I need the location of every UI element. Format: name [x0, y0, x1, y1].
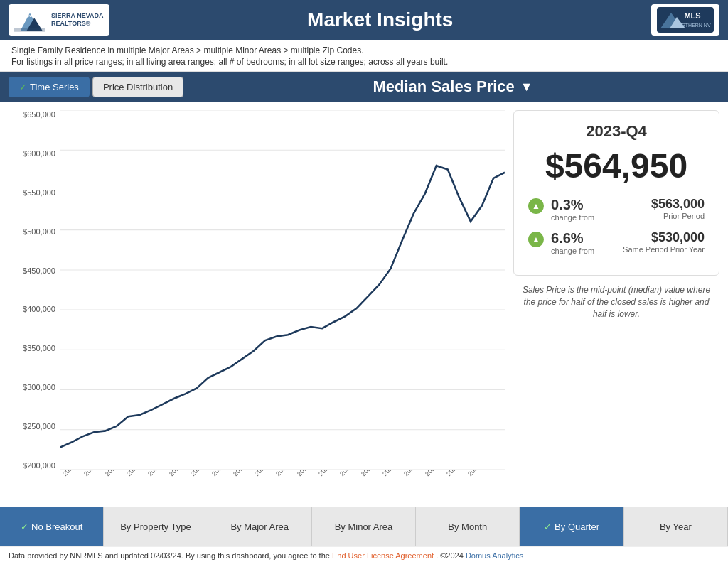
mls-logo-area: MLS NORTHERN NV: [651, 4, 719, 36]
y-label-300: $300,000: [9, 383, 60, 391]
subtitle-area: Single Family Residence in multiple Majo…: [0, 40, 728, 72]
y-axis: $650,000 $600,000 $550,000 $500,000 $450…: [9, 110, 60, 470]
prior-group-1: $563,000 Prior Period: [651, 197, 705, 220]
info-panel: 2023-Q4 $564,950 ▲ 0.3% change from $563…: [513, 110, 719, 498]
x-label: 2019-Q3: [296, 470, 315, 477]
chart-line: [60, 166, 505, 448]
bottom-tabs: ✓ No Breakout By Property Type By Major …: [0, 507, 728, 546]
x-label: 2019-Q1: [274, 470, 294, 477]
x-label: 2018-Q1: [232, 470, 251, 477]
tab-by-month[interactable]: By Month: [416, 507, 520, 546]
up-arrow-icon-1: ▲: [528, 198, 544, 214]
y-label-550: $550,000: [9, 188, 60, 197]
header: SNR SIERRA NEVADA REALTORS® Market Insig…: [0, 0, 728, 40]
tab-by-property-type[interactable]: By Property Type: [104, 507, 208, 546]
y-label-200: $200,000: [9, 461, 60, 470]
tab-no-breakout[interactable]: ✓ No Breakout: [0, 507, 104, 546]
x-label: 2014-Q3: [82, 470, 102, 477]
svg-text:NORTHERN NV: NORTHERN NV: [674, 23, 711, 28]
chart-area: $650,000 $600,000 $550,000 $500,000 $450…: [9, 110, 505, 498]
info-value: $564,950: [528, 146, 705, 185]
x-label: 2017-Q3: [210, 470, 230, 477]
x-label: 2015-Q3: [125, 470, 144, 477]
prior-val-1: $563,000: [651, 197, 705, 212]
price-distribution-tab[interactable]: Price Distribution: [92, 77, 183, 97]
tab-by-minor-area-label: By Minor Area: [335, 522, 393, 532]
footer-text2: . ©2024: [436, 551, 466, 560]
x-label: 2016-Q1: [146, 470, 166, 477]
change-group-2: 6.6% change from: [551, 230, 594, 255]
controls-bar: ✓Time Series Price Distribution Median S…: [0, 72, 728, 102]
svg-text:SNR: SNR: [26, 14, 33, 18]
line-chart-svg: [60, 110, 505, 470]
eula-link[interactable]: End User License Agreement: [332, 551, 434, 560]
tab-by-month-label: By Month: [448, 522, 487, 532]
mls-icon: MLS NORTHERN NV: [657, 7, 714, 33]
y-label-600: $600,000: [9, 149, 60, 158]
info-row-2: ▲ 6.6% change from $530,000 Same Period …: [528, 230, 705, 255]
x-label: 2020-Q1: [317, 470, 336, 477]
mountain-icon: SNR: [14, 7, 46, 33]
change-group-1: 0.3% change from: [551, 197, 594, 222]
x-label: 2014-Q1: [61, 470, 80, 477]
y-label-250: $250,000: [9, 422, 60, 431]
tab-by-year-label: By Year: [660, 522, 692, 532]
change-pct-1: 0.3%: [551, 197, 594, 213]
change-label-2: change from: [551, 247, 594, 255]
y-label-650: $650,000: [9, 110, 60, 119]
prior-label-2: Same Period Prior Year: [623, 245, 705, 254]
change-pct-2: 6.6%: [551, 230, 594, 247]
checkmark-icon: ✓: [19, 82, 27, 92]
footer-text: Data provided by NNRMLS and updated 02/0…: [9, 551, 332, 560]
svg-rect-2: [14, 28, 46, 31]
logo-text: SIERRA NEVADA REALTORS®: [51, 12, 104, 28]
up-arrow-icon-2: ▲: [528, 232, 544, 247]
tab-no-breakout-label: No Breakout: [31, 522, 82, 532]
y-label-500: $500,000: [9, 227, 60, 236]
chart-title-area: Median Sales Price ▼: [186, 77, 719, 96]
x-axis: 2014-Q1 2014-Q3 2015-Q1 2015-Q3 2016-Q1 …: [60, 470, 505, 498]
x-label: 2020-Q3: [338, 470, 358, 477]
info-row-1: ▲ 0.3% change from $563,000 Prior Period: [528, 197, 705, 222]
tab-by-major-area[interactable]: By Major Area: [208, 507, 312, 546]
y-label-450: $450,000: [9, 266, 60, 275]
tab-by-year[interactable]: By Year: [624, 507, 728, 546]
tab-by-quarter[interactable]: ✓ By Quarter: [520, 507, 623, 546]
info-period: 2023-Q4: [528, 122, 705, 141]
page-title: Market Insights: [109, 9, 651, 31]
x-label: 2015-Q1: [104, 470, 123, 477]
tab-by-property-type-label: By Property Type: [120, 522, 191, 532]
y-label-400: $400,000: [9, 305, 60, 313]
x-label: 2021-Q1: [360, 470, 379, 477]
footer: Data provided by NNRMLS and updated 02/0…: [0, 546, 728, 562]
checkmark-icon: ✓: [544, 522, 552, 532]
tab-by-major-area-label: By Major Area: [230, 522, 289, 532]
domus-link[interactable]: Domus Analytics: [466, 551, 523, 560]
chart-title: Median Sales Price: [373, 77, 514, 96]
x-label: 2018-Q3: [253, 470, 272, 477]
time-series-tab[interactable]: ✓Time Series: [9, 77, 90, 97]
y-label-350: $350,000: [9, 344, 60, 352]
x-label: 2022-Q3: [424, 470, 443, 477]
x-label: 2023-Q1: [445, 470, 464, 477]
tab-by-quarter-label: By Quarter: [555, 522, 599, 532]
info-footnote: Sales Price is the mid-point (median) va…: [513, 284, 719, 320]
x-label: 2021-Q3: [381, 470, 400, 477]
subtitle-line1: Single Family Residence in multiple Majo…: [11, 45, 717, 55]
x-label: 2023-Q3: [466, 470, 486, 477]
x-label: 2022-Q1: [402, 470, 422, 477]
checkmark-icon: ✓: [21, 522, 28, 532]
x-label: 2017-Q1: [189, 470, 208, 477]
info-card: 2023-Q4 $564,950 ▲ 0.3% change from $563…: [513, 110, 719, 276]
x-label: 2016-Q3: [168, 470, 187, 477]
chart-svg-area: [60, 110, 505, 470]
svg-text:MLS: MLS: [684, 11, 700, 20]
subtitle-line2: For listings in all price ranges; in all…: [11, 57, 717, 67]
prior-group-2: $530,000 Same Period Prior Year: [623, 230, 705, 254]
prior-val-2: $530,000: [623, 230, 705, 245]
change-label-1: change from: [551, 213, 594, 222]
tab-by-minor-area[interactable]: By Minor Area: [312, 507, 416, 546]
logo-area: SNR SIERRA NEVADA REALTORS®: [9, 4, 109, 36]
dropdown-arrow-icon[interactable]: ▼: [520, 80, 533, 94]
main-content: $650,000 $600,000 $550,000 $500,000 $450…: [0, 102, 728, 507]
